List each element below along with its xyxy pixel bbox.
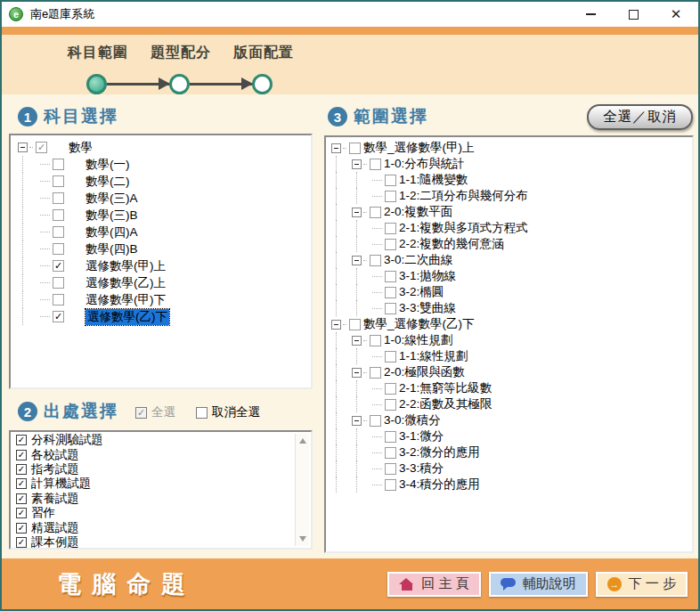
tree-item[interactable]: 1-0:分布與統計 <box>326 156 692 172</box>
tree-item-label[interactable]: 1-0:線性規劃 <box>384 332 452 348</box>
tree-item-label[interactable]: 2-0:極限與函數 <box>384 364 465 380</box>
checkbox[interactable]: ✓ <box>53 311 64 322</box>
tree-item[interactable]: 3-3:雙曲線 <box>326 300 692 316</box>
home-button[interactable]: 回 主 頁 <box>387 572 480 597</box>
source-list-item[interactable]: ✓課本例題 <box>12 535 294 548</box>
tree-item-label[interactable]: 2-0:複數平面 <box>384 204 452 220</box>
source-list-item[interactable]: ✓分科測驗試題 <box>12 433 294 447</box>
tree-item-label[interactable]: 數學(三)A <box>85 191 138 207</box>
tree-item[interactable]: 2-2:複數的幾何意涵 <box>326 236 692 252</box>
checkbox[interactable] <box>53 243 64 255</box>
collapse-icon[interactable] <box>352 159 362 169</box>
tree-item-label[interactable]: 3-1:拋物線 <box>399 268 456 284</box>
tree-item-label[interactable]: 1-2:二項分布與幾何分布 <box>399 188 528 204</box>
tree-item-label-selected[interactable]: 選修數學(乙)下 <box>85 309 169 325</box>
source-list-item[interactable]: ✓習作 <box>12 506 294 520</box>
tree-item-label[interactable]: 3-4:積分的應用 <box>399 477 480 493</box>
tree-item[interactable]: 1-0:線性規劃 <box>326 332 692 348</box>
checkbox[interactable] <box>349 143 361 154</box>
tree-item-label[interactable]: 1-1:隨機變數 <box>399 172 468 188</box>
collapse-icon[interactable] <box>352 208 362 217</box>
tree-item[interactable]: 2-0:複數平面 <box>326 204 692 220</box>
collapse-icon[interactable] <box>331 143 341 153</box>
checkbox[interactable]: ✓ <box>16 523 27 534</box>
checkbox[interactable] <box>370 367 381 379</box>
checkbox[interactable]: ✓ <box>16 508 27 518</box>
tree-item[interactable]: 3-1:微分 <box>326 428 692 444</box>
tree-item[interactable]: 1-1:隨機變數 <box>326 172 692 188</box>
tree-item-label[interactable]: 2-1:無窮等比級數 <box>399 380 492 396</box>
tree-item[interactable]: 2-1:複數與多項式方程式 <box>326 220 692 236</box>
checkbox[interactable]: ✓ <box>16 493 27 504</box>
scrollbar-up-arrow[interactable] <box>296 434 309 448</box>
checkbox[interactable] <box>53 294 64 306</box>
collapse-icon[interactable] <box>352 368 362 378</box>
tree-item[interactable]: 數學(四)B <box>11 240 311 257</box>
checkbox[interactable] <box>385 191 396 202</box>
tree-item-label[interactable]: 1-1:線性規劃 <box>399 348 468 364</box>
collapse-icon[interactable] <box>331 320 341 330</box>
tree-item-label[interactable]: 2-2:複數的幾何意涵 <box>399 236 504 252</box>
checkbox[interactable] <box>385 223 396 234</box>
tree-item[interactable]: 3-0:微積分 <box>326 412 692 428</box>
checkbox[interactable] <box>385 463 396 475</box>
source-list-item[interactable]: ✓素養試題 <box>12 492 294 506</box>
collapse-icon[interactable] <box>352 256 362 265</box>
checkbox[interactable] <box>385 303 396 314</box>
tree-item-label[interactable]: 數學 <box>69 140 93 156</box>
tree-item-label[interactable]: 數學(一) <box>85 157 130 173</box>
checkbox[interactable] <box>370 415 381 427</box>
checkbox[interactable] <box>385 399 396 411</box>
tree-item[interactable]: 3-3:積分 <box>326 460 692 477</box>
tree-item-label[interactable]: 3-0:微積分 <box>384 412 441 428</box>
source-list-scrollbar[interactable] <box>295 434 309 546</box>
checkbox[interactable] <box>385 447 396 459</box>
tree-item[interactable]: 選修數學(甲)下 <box>11 291 311 308</box>
collapse-icon[interactable] <box>352 336 362 346</box>
tree-item[interactable]: 1-1:線性規劃 <box>326 348 692 364</box>
tree-item-label[interactable]: 3-3:積分 <box>399 460 444 477</box>
close-button[interactable]: ✕ <box>670 8 682 20</box>
tree-item[interactable]: 數學_選修數學(乙)下 <box>326 316 692 332</box>
tree-item-label[interactable]: 數學_選修數學(乙)下 <box>363 316 475 332</box>
checkbox[interactable] <box>370 207 381 218</box>
tree-item-label[interactable]: 3-1:微分 <box>399 428 444 444</box>
checkbox[interactable] <box>53 226 64 238</box>
checkbox[interactable] <box>385 431 396 443</box>
tree-item-label[interactable]: 數學(四)A <box>85 224 138 240</box>
help-button[interactable]: 輔助說明 <box>489 572 588 597</box>
checkbox[interactable] <box>53 192 64 204</box>
tree-item-label[interactable]: 2-1:複數與多項式方程式 <box>399 220 528 236</box>
tree-item[interactable]: 2-0:極限與函數 <box>326 364 692 380</box>
tree-item[interactable]: 數學(二) <box>11 173 311 190</box>
tree-item[interactable]: ✓選修數學(乙)下 <box>11 308 311 325</box>
tree-item[interactable]: 1-2:二項分布與幾何分布 <box>326 188 692 204</box>
tree-item[interactable]: 數學(三)A <box>11 190 311 207</box>
checkbox[interactable] <box>385 175 396 186</box>
checkbox[interactable]: ✓ <box>16 450 27 460</box>
tree-item-label[interactable]: 數學_選修數學(甲)上 <box>363 140 475 156</box>
checkbox[interactable]: ✓ <box>16 537 27 548</box>
checkbox[interactable] <box>385 383 396 395</box>
checkbox[interactable] <box>349 319 361 330</box>
tree-item-label[interactable]: 3-0:二次曲線 <box>384 252 452 268</box>
tree-item-label[interactable]: 1-0:分布與統計 <box>384 156 465 172</box>
tree-item-label[interactable]: 3-2:橢圓 <box>399 284 444 300</box>
checkbox[interactable]: ✓ <box>36 142 47 153</box>
checkbox[interactable] <box>370 335 381 346</box>
tree-item[interactable]: 2-2:函數及其極限 <box>326 396 692 412</box>
tree-item-label[interactable]: 數學(四)B <box>85 241 138 257</box>
tree-item[interactable]: 選修數學(乙)上 <box>11 274 311 291</box>
select-all-toggle-button[interactable]: 全選／取消 <box>587 104 693 130</box>
checkbox[interactable] <box>385 239 396 250</box>
checkbox[interactable] <box>370 255 381 266</box>
tree-item[interactable]: 數學(一) <box>11 156 311 173</box>
tree-item[interactable]: 2-1:無窮等比級數 <box>326 380 692 396</box>
checkbox[interactable] <box>385 479 396 491</box>
collapse-icon[interactable] <box>18 143 28 152</box>
tree-item[interactable]: ✓數學 <box>11 139 311 156</box>
tree-item[interactable]: 數學(三)B <box>11 207 311 224</box>
checkbox[interactable]: ✓ <box>16 464 27 475</box>
tree-item-label[interactable]: 選修數學(甲)上 <box>85 258 166 274</box>
tree-item-label[interactable]: 數學(三)B <box>85 208 138 224</box>
